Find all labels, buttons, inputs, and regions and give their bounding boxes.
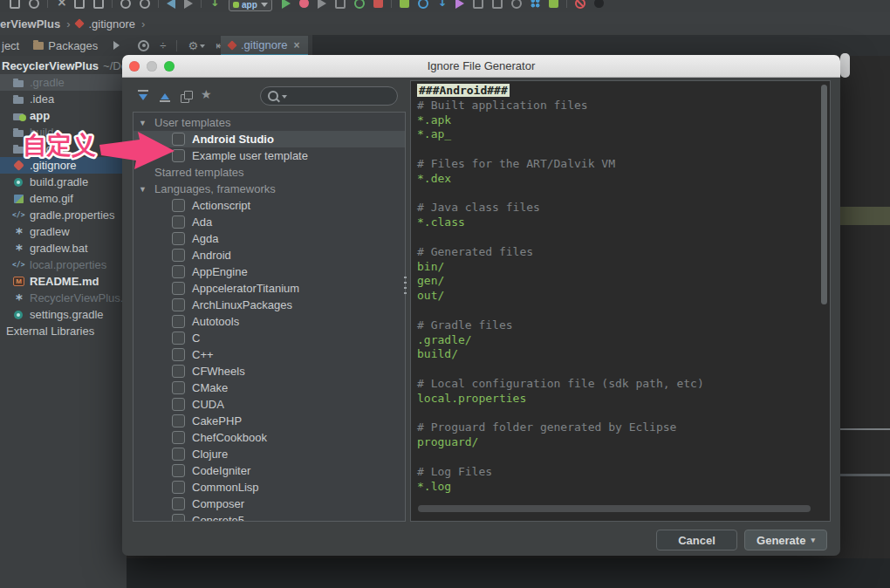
template-checkbox[interactable]	[172, 348, 185, 361]
template-checkbox[interactable]	[172, 282, 185, 295]
replace-icon[interactable]	[140, 0, 150, 9]
open-icon[interactable]	[10, 0, 20, 9]
tree-item-gradlew[interactable]: gradlew	[0, 223, 127, 240]
copy-icon[interactable]	[74, 0, 85, 9]
layers-icon[interactable]	[492, 0, 503, 9]
template-checkbox[interactable]	[172, 464, 185, 477]
template-item-appengine[interactable]: AppEngine	[134, 263, 405, 280]
gear-icon[interactable]: ⚙	[188, 39, 198, 52]
run-configuration-select[interactable]: app	[229, 0, 272, 11]
breadcrumb-project[interactable]: erViewPlus	[0, 17, 60, 31]
coverage-icon[interactable]	[318, 0, 326, 9]
template-checkbox[interactable]	[172, 431, 185, 444]
locate-file-icon[interactable]	[138, 40, 149, 51]
dialog-titlebar[interactable]: Ignore File Generator	[122, 55, 840, 78]
collapse-all-icon[interactable]	[158, 89, 173, 104]
download-icon[interactable]	[437, 0, 447, 8]
run-icon[interactable]	[282, 0, 291, 9]
find-icon[interactable]	[120, 0, 131, 9]
search-everywhere-icon[interactable]	[594, 0, 604, 8]
save-icon[interactable]	[29, 0, 39, 9]
template-checkbox[interactable]	[172, 448, 185, 461]
sync-icon[interactable]	[418, 0, 428, 9]
template-item-agda[interactable]: Agda	[134, 230, 405, 247]
template-checkbox[interactable]	[172, 414, 185, 427]
template-item-archlinuxpackages[interactable]: ArchLinuxPackages	[134, 297, 405, 313]
paste-icon[interactable]	[93, 0, 104, 9]
template-item-appceleratortitanium[interactable]: AppceleratorTitanium	[134, 280, 405, 297]
compare-icon[interactable]	[473, 0, 483, 9]
template-item-cakephp[interactable]: CakePHP	[134, 413, 405, 429]
tree-item-demo-gif[interactable]: demo.gif	[0, 190, 127, 207]
template-item-cfwheels[interactable]: CFWheels	[134, 363, 405, 379]
template-checkbox[interactable]	[172, 249, 185, 262]
template-item-concrete5[interactable]: Concrete5	[134, 512, 405, 522]
preview-vertical-scrollbar[interactable]	[821, 85, 827, 304]
template-search-field[interactable]	[260, 86, 398, 106]
template-checkbox[interactable]	[172, 298, 185, 311]
template-item-codeigniter[interactable]: CodeIgniter	[134, 462, 405, 479]
tree-item-readme-md[interactable]: README.md	[0, 273, 127, 290]
hex-view-icon[interactable]	[209, 0, 219, 8]
tree-item-app[interactable]: app	[0, 107, 127, 124]
expand-panel-icon[interactable]	[113, 41, 124, 50]
template-checkbox[interactable]	[172, 215, 185, 229]
template-item-actionscript[interactable]: Actionscript	[134, 197, 405, 214]
tree-item-recyclerviewplus-iml[interactable]: RecyclerViewPlus.iml	[0, 290, 127, 306]
close-tab-icon[interactable]: ×	[293, 39, 299, 51]
template-checkbox[interactable]	[172, 332, 185, 345]
cut-icon[interactable]	[56, 0, 65, 8]
tab-project[interactable]: ject	[2, 39, 19, 52]
copy-icon[interactable]	[180, 90, 195, 105]
template-checkbox[interactable]	[172, 497, 185, 510]
template-item-chefcookbook[interactable]: ChefCookbook	[134, 429, 405, 446]
debug-icon[interactable]	[299, 0, 309, 8]
template-item-cmake[interactable]: CMake	[134, 379, 405, 396]
template-checkbox[interactable]	[172, 315, 185, 328]
breadcrumb-file[interactable]: .gitignore	[88, 17, 134, 31]
profile-icon[interactable]	[335, 0, 346, 9]
template-item-autotools[interactable]: Autotools	[134, 313, 405, 330]
template-checkbox[interactable]	[172, 514, 185, 522]
editor-scrollbar-thumb[interactable]	[840, 53, 850, 78]
attach-debugger-icon[interactable]	[354, 0, 365, 9]
template-item-android[interactable]: Android	[134, 247, 405, 263]
sdk-manager-icon[interactable]	[400, 0, 409, 8]
template-item-commonlisp[interactable]: CommonLisp	[134, 479, 405, 496]
cancel-button[interactable]: Cancel	[656, 530, 737, 550]
template-item-ada[interactable]: Ada	[134, 214, 405, 230]
tree-item-settings-gradle[interactable]: settings.gradle	[0, 306, 127, 323]
search-input[interactable]	[287, 90, 397, 102]
tree-item-gradle[interactable]: .gradle	[0, 74, 127, 91]
template-item-c[interactable]: C	[134, 330, 405, 346]
template-item-c[interactable]: C++	[134, 346, 405, 363]
preview-horizontal-scrollbar[interactable]	[418, 505, 811, 512]
avd-manager-icon[interactable]	[531, 0, 540, 8]
template-checkbox[interactable]	[172, 365, 185, 378]
template-group-languages-frameworks[interactable]: ▼Languages, frameworks	[134, 181, 405, 197]
expand-all-icon[interactable]	[136, 89, 151, 104]
template-checkbox[interactable]	[172, 398, 185, 411]
tree-item-external-libraries[interactable]: External Libraries	[0, 323, 127, 339]
tab-packages[interactable]: Packages	[33, 39, 98, 52]
android-monitor-icon[interactable]	[549, 0, 558, 8]
tree-item-gradlew-bat[interactable]: gradlew.bat	[0, 240, 127, 256]
template-item-composer[interactable]: Composer	[134, 496, 405, 512]
forward-icon[interactable]	[184, 0, 193, 9]
send-feedback-icon[interactable]	[455, 0, 464, 9]
collapse-all-icon[interactable]: ÷	[160, 39, 166, 52]
tree-item-gradle-properties[interactable]: gradle.properties	[0, 207, 127, 223]
template-item-cuda[interactable]: CUDA	[134, 396, 405, 413]
template-item-clojure[interactable]: Clojure	[134, 446, 405, 462]
template-checkbox[interactable]	[172, 199, 185, 212]
stop-icon[interactable]	[373, 0, 383, 8]
tree-item-idea[interactable]: .idea	[0, 91, 127, 107]
template-checkbox[interactable]	[172, 381, 185, 394]
splitter-handle[interactable]	[404, 277, 407, 296]
tree-root-node[interactable]: RecyclerViewPlus ~/Do	[0, 56, 127, 74]
generate-button[interactable]: Generate ▾	[744, 530, 827, 550]
template-checkbox[interactable]	[172, 481, 185, 494]
tree-item-local-properties[interactable]: local.properties	[0, 256, 127, 273]
star-icon[interactable]: ★	[201, 87, 216, 102]
collapse-arrow-icon[interactable]: ▼	[139, 185, 154, 194]
